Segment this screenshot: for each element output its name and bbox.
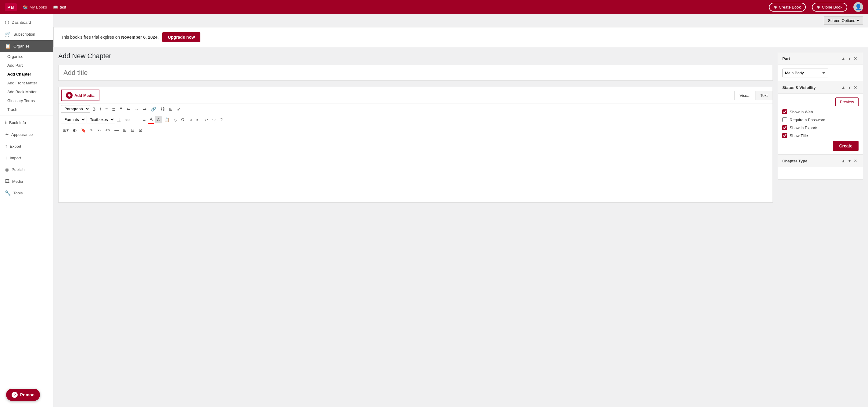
status-panel-header: Status & Visibility ▲ ▾ ✕ xyxy=(778,81,863,94)
show-title-checkbox[interactable] xyxy=(782,133,787,138)
bookmark-button[interactable]: 🔖 xyxy=(79,127,88,134)
font-color-button[interactable]: A xyxy=(148,115,154,124)
unordered-list-button[interactable]: ≡ xyxy=(103,105,110,113)
tab-text[interactable]: Text xyxy=(755,91,773,100)
clear-format-button[interactable]: ◇ xyxy=(172,116,179,124)
export-icon: ↑ xyxy=(5,143,7,149)
ltr-button[interactable]: ⇥ xyxy=(187,116,194,124)
status-panel-up-button[interactable]: ▲ xyxy=(840,84,847,91)
my-books-link[interactable]: 📚 My Books xyxy=(23,5,47,9)
chapter-type-close-button[interactable]: ✕ xyxy=(852,158,859,164)
help-button-toolbar[interactable]: ? xyxy=(218,116,224,124)
chapter-title-input[interactable] xyxy=(58,65,773,81)
appearance-icon: ✦ xyxy=(5,132,9,137)
rtl-button[interactable]: ⇤ xyxy=(194,116,202,124)
media-add-icon: ⊕ xyxy=(66,92,72,99)
show-in-web-checkbox[interactable] xyxy=(782,109,787,114)
part-panel: Part ▲ ▾ ✕ Main Body Front Matter Back M… xyxy=(778,52,863,81)
show-in-exports-label: Show in Exports xyxy=(789,126,818,130)
part-dropdown[interactable]: Main Body Front Matter Back Matter xyxy=(782,69,828,77)
underline-button[interactable]: U xyxy=(116,116,122,124)
part-panel-up-button[interactable]: ▲ xyxy=(840,56,847,62)
table-button[interactable]: ⊞ xyxy=(167,105,175,113)
require-password-checkbox[interactable] xyxy=(782,117,787,122)
textboxes-select[interactable]: Textboxes xyxy=(87,116,115,124)
book-name-link[interactable]: 📖 test xyxy=(53,5,66,9)
editor-top-row: ⊕ Add Media Visual Text xyxy=(59,87,773,104)
toolbar-row-1: Paragraph Heading 1 Heading 2 Heading 3 … xyxy=(59,104,773,114)
formats-select[interactable]: Formats xyxy=(61,116,86,124)
show-in-exports-checkbox[interactable] xyxy=(782,125,787,130)
subscription-icon: 🛒 xyxy=(5,31,11,37)
align-center-button[interactable]: ↔ xyxy=(133,105,141,113)
screen-options-button[interactable]: Screen Options ▾ xyxy=(824,16,863,25)
preview-button[interactable]: Preview xyxy=(835,98,859,106)
paste-button[interactable]: 📋 xyxy=(162,116,171,124)
blockquote-button[interactable]: ❝ xyxy=(118,105,124,113)
chapter-type-collapse-button[interactable]: ▾ xyxy=(847,158,852,164)
paragraph-format-select[interactable]: Paragraph Heading 1 Heading 2 Heading 3 xyxy=(61,105,90,113)
fullscreen-button[interactable]: ⤢ xyxy=(175,105,182,113)
sidebar-subitem-add-back-matter[interactable]: Add Back Matter xyxy=(0,88,53,96)
sidebar-item-tools[interactable]: 🔧 Tools xyxy=(0,187,53,199)
align-left-button[interactable]: ⬅ xyxy=(125,105,132,113)
part-panel-collapse-button[interactable]: ▾ xyxy=(847,56,852,62)
layout2-button[interactable]: ⊟ xyxy=(129,127,136,134)
sidebar-subitem-add-front-matter[interactable]: Add Front Matter xyxy=(0,78,53,88)
horizontal-rule-button[interactable]: — xyxy=(133,116,141,124)
avatar-icon: 👤 xyxy=(855,4,862,10)
sidebar-subitem-glossary-terms[interactable]: Glossary Terms xyxy=(0,96,53,105)
create-chapter-button[interactable]: Create xyxy=(833,141,859,151)
bg-color-button[interactable]: A xyxy=(155,116,161,124)
editor-wrapper: ⊕ Add Media Visual Text Paragraph Headin… xyxy=(58,87,773,203)
create-book-button[interactable]: ⊕ Create Book xyxy=(769,3,806,11)
italic-button[interactable]: I xyxy=(98,105,103,113)
tab-visual[interactable]: Visual xyxy=(735,91,755,100)
special-char-button[interactable]: Ω xyxy=(179,116,186,124)
divider-button[interactable]: — xyxy=(113,127,121,134)
subscript-button[interactable]: x₂ xyxy=(96,127,103,133)
part-panel-close-button[interactable]: ✕ xyxy=(852,56,859,62)
editor-body[interactable] xyxy=(59,135,773,202)
pomoc-help-button[interactable]: ? Pomoc xyxy=(6,389,40,401)
sidebar-item-organise[interactable]: 📋 Organise xyxy=(0,40,53,52)
superscript-button[interactable]: x² xyxy=(88,127,95,133)
sidebar-item-appearance[interactable]: ✦ Appearance xyxy=(0,129,53,140)
align-justify-button[interactable]: ≡ xyxy=(141,116,147,124)
status-panel-collapse-button[interactable]: ▾ xyxy=(847,84,852,91)
sidebar-subitem-organise[interactable]: Organise xyxy=(0,52,53,61)
user-avatar[interactable]: 👤 xyxy=(854,2,863,12)
layout3-button[interactable]: ⊠ xyxy=(137,127,144,134)
part-panel-controls: ▲ ▾ ✕ xyxy=(840,56,859,62)
chapter-type-body xyxy=(778,167,863,179)
clone-book-button[interactable]: ⊕ Clone Book xyxy=(812,3,847,11)
sidebar-item-subscription[interactable]: 🛒 Subscription xyxy=(0,28,53,40)
add-media-button[interactable]: ⊕ Add Media xyxy=(61,90,99,101)
remove-link-button[interactable]: ⛓ xyxy=(159,105,166,113)
sidebar-item-publish[interactable]: ◎ Publish xyxy=(0,164,53,175)
sidebar-item-book-info[interactable]: ℹ Book Info xyxy=(0,117,53,129)
part-panel-body: Main Body Front Matter Back Matter xyxy=(778,65,863,81)
sidebar-subitem-add-part[interactable]: Add Part xyxy=(0,61,53,70)
sidebar-subitem-trash[interactable]: Trash xyxy=(0,105,53,114)
sidebar-item-import[interactable]: ↓ Import xyxy=(0,152,53,164)
status-panel-close-button[interactable]: ✕ xyxy=(852,84,859,91)
layout1-button[interactable]: ⊞ xyxy=(121,127,128,134)
sidebar-item-media[interactable]: 🖼 Media xyxy=(0,175,53,187)
sidebar-item-dashboard[interactable]: ⬡ Dashboard xyxy=(0,16,53,28)
table3-button[interactable]: ⊞▾ xyxy=(61,127,70,134)
chapter-type-up-button[interactable]: ▲ xyxy=(840,158,847,164)
show-title-row: Show Title xyxy=(782,133,859,138)
figure-button[interactable]: ◐ xyxy=(71,127,79,134)
sidebar-item-export[interactable]: ↑ Export xyxy=(0,140,53,152)
code-button[interactable]: <> xyxy=(103,127,112,134)
ordered-list-button[interactable]: ≣ xyxy=(110,105,117,113)
redo-button[interactable]: ↪ xyxy=(211,116,218,124)
bold-button[interactable]: B xyxy=(91,105,97,113)
upgrade-now-button[interactable]: Upgrade now xyxy=(162,32,200,42)
sidebar-subitem-add-chapter[interactable]: Add Chapter xyxy=(0,70,53,78)
insert-link-button[interactable]: 🔗 xyxy=(149,105,158,113)
undo-button[interactable]: ↩ xyxy=(203,116,210,124)
strikethrough-button[interactable]: abc xyxy=(123,117,132,123)
align-right-button[interactable]: ➡ xyxy=(141,105,149,113)
